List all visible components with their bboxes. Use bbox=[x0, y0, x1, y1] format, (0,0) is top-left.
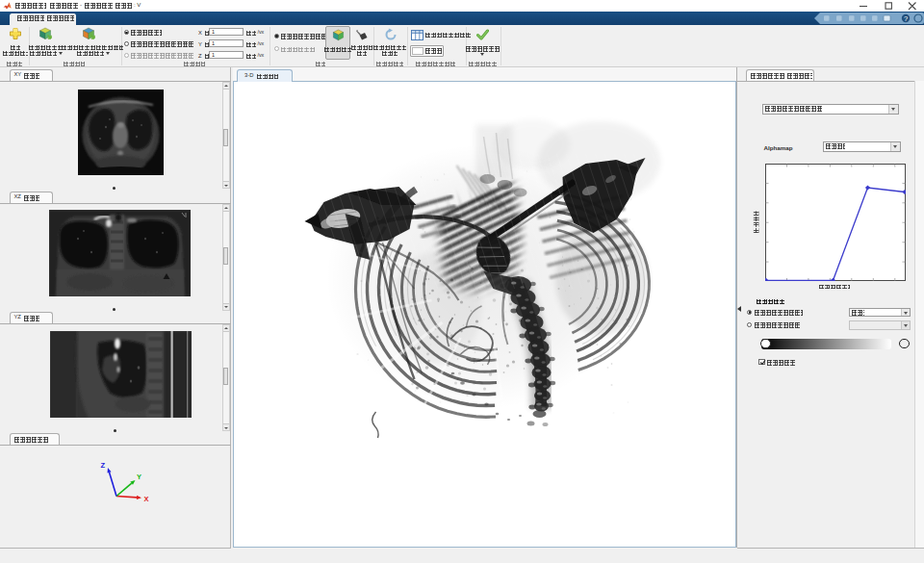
svg-text:?: ? bbox=[904, 14, 908, 23]
svg-text:X: X bbox=[144, 495, 149, 503]
svg-text:Z: Z bbox=[101, 461, 106, 470]
svg-text:Y: Y bbox=[137, 473, 141, 481]
